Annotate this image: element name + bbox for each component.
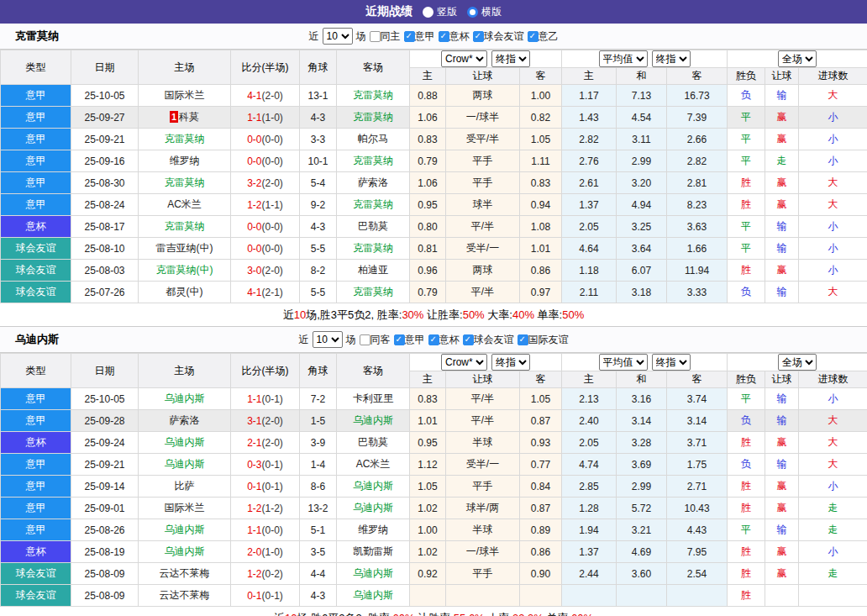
handicap-cell: 一/球半	[446, 541, 520, 563]
away-team-cell: 克雷莫纳	[337, 238, 410, 260]
result-wdl-cell: 胜	[728, 476, 765, 498]
away-odds-cell: 0.82	[520, 107, 562, 129]
filter-checkbox-same-home[interactable]: 同主	[370, 29, 401, 44]
result-handicap-cell: 输	[765, 454, 799, 476]
corners-cell: 4-3	[300, 585, 337, 607]
result-wdl-cell: 胜	[728, 194, 765, 216]
average-select[interactable]: 平均值	[599, 354, 648, 371]
match-type-cell: 球会友谊	[1, 282, 71, 303]
radio-icon[interactable]	[467, 7, 478, 18]
matches-count-select[interactable]: 10	[313, 331, 343, 348]
avg-away-cell: 2.54	[667, 563, 728, 585]
handicap-cell: 半球	[446, 519, 520, 541]
away-team-cell: 乌迪内斯	[337, 498, 410, 519]
checkbox-icon[interactable]	[360, 334, 370, 345]
checkbox-label: 同客	[370, 333, 391, 347]
fulltime-score: 0-0	[247, 134, 261, 145]
filter-checkbox-intl-friendly[interactable]: 国际友谊	[518, 333, 569, 347]
handicap-cell: 球半/两	[446, 498, 520, 519]
checkbox-icon[interactable]	[370, 31, 381, 42]
matches-table-1: 类型 日期 主场 比分(半场) 角球 客场 Crow* 终指 平均值 终指	[0, 50, 867, 303]
match-row: 意甲25-09-01国际米兰1-2(1-2)13-2乌迪内斯1.02球半/两0.…	[1, 498, 867, 519]
final-odds-select-2[interactable]: 终指	[652, 354, 691, 371]
sub-header-odds-home: 主	[410, 371, 446, 388]
sub-header-avg-draw: 和	[617, 68, 667, 85]
checkbox-label: 球会友谊	[474, 333, 514, 347]
radio-icon[interactable]	[423, 7, 434, 18]
result-goals-cell: 小	[799, 150, 867, 172]
handicap-cell: 受平/半	[446, 129, 520, 150]
section-header-1: 克雷莫纳 近 10 场 同主 意甲 意杯 球会友谊	[0, 24, 867, 50]
fullmatch-select[interactable]: 全场	[778, 50, 817, 67]
checkbox-icon[interactable]	[528, 31, 539, 42]
filter-checkbox-coppa[interactable]: 意杯	[428, 333, 460, 347]
match-row: 意甲25-09-28萨索洛3-1(2-0)1-5乌迪内斯1.01平/半0.872…	[1, 410, 867, 432]
result-handicap-cell: 输	[765, 216, 799, 238]
checkbox-icon[interactable]	[404, 31, 415, 42]
halftime-score: (1-2)	[262, 503, 283, 514]
corners-cell: 10-1	[300, 150, 337, 172]
avg-home-cell: 1.17	[562, 85, 617, 107]
home-team-cell: 萨索洛	[139, 410, 231, 432]
corners-cell: 3-3	[300, 129, 337, 150]
checkbox-icon[interactable]	[518, 334, 528, 345]
final-odds-select[interactable]: 终指	[491, 354, 530, 371]
score-cell: 2-0(1-0)	[231, 541, 300, 563]
match-row: 意甲25-10-05乌迪内斯1-1(0-1)7-2卡利亚里0.83平/半1.05…	[1, 388, 867, 410]
filter-checkbox-coppa[interactable]: 意杯	[439, 29, 470, 44]
result-goals-cell: 小	[799, 238, 867, 260]
col-header-score: 比分(半场)	[231, 50, 300, 85]
away-team-cell: 帕尔马	[337, 129, 410, 150]
bookmaker-select[interactable]: Crow*	[441, 354, 487, 371]
bookmaker-select[interactable]: Crow*	[441, 50, 487, 67]
corners-cell: 5-4	[300, 172, 337, 194]
checkbox-icon[interactable]	[473, 31, 484, 42]
away-odds-cell: 0.87	[520, 498, 562, 519]
avg-draw-cell: 4.54	[617, 107, 667, 129]
avg-draw-cell: 5.72	[617, 498, 667, 519]
score-cell: 1-1(1-0)	[231, 107, 300, 129]
average-select[interactable]: 平均值	[599, 50, 648, 67]
matches-count-select[interactable]: 10	[323, 28, 353, 45]
checkbox-label: 意甲	[405, 333, 425, 347]
radio-horizontal-layout[interactable]: 横版	[467, 5, 502, 19]
filter-checkbox-serie-b[interactable]: 意乙	[528, 29, 559, 44]
match-date-cell: 25-08-24	[71, 194, 139, 216]
radio-vertical-layout[interactable]: 竖版	[423, 5, 457, 19]
summary-segment: 10	[285, 612, 297, 616]
result-goals-cell: 大	[799, 454, 867, 476]
result-goals-cell	[799, 585, 867, 607]
home-odds-cell: 1.05	[410, 476, 446, 498]
halftime-score: (0-1)	[262, 459, 283, 471]
match-type-cell: 意甲	[1, 388, 71, 410]
home-odds-cell: 0.95	[410, 432, 446, 454]
match-date-cell: 25-09-01	[71, 498, 139, 519]
checkbox-icon[interactable]	[428, 334, 439, 345]
final-odds-select-2[interactable]: 终指	[652, 50, 691, 67]
filter-checkbox-serie-a[interactable]: 意甲	[404, 29, 435, 44]
filter-checkbox-serie-a[interactable]: 意甲	[394, 333, 425, 347]
result-wdl-cell: 胜	[728, 541, 765, 563]
score-cell: 1-2(1-2)	[231, 498, 300, 519]
away-odds-cell: 1.11	[520, 150, 562, 172]
col-header-home: 主场	[139, 50, 231, 85]
avg-away-cell: 3.74	[667, 388, 728, 410]
handicap-cell: 平手	[446, 476, 520, 498]
checkbox-icon[interactable]	[439, 31, 449, 42]
score-cell: 1-2(0-2)	[231, 563, 300, 585]
away-odds-cell: 0.94	[520, 194, 562, 216]
header-bar: 近期战绩 竖版 横版	[0, 0, 867, 24]
away-team-cell-name: 凯勤雷斯	[353, 545, 393, 557]
handicap-cell: 平/半	[446, 388, 520, 410]
match-row: 意甲25-08-30克雷莫纳3-2(2-0)5-4萨索洛1.06平手0.832.…	[1, 172, 867, 194]
filter-checkbox-same-away[interactable]: 同客	[360, 333, 391, 347]
filter-checkbox-club-friendly[interactable]: 球会友谊	[473, 29, 524, 44]
home-team-cell-name: 克雷莫纳	[165, 133, 205, 145]
final-odds-select[interactable]: 终指	[491, 50, 530, 67]
checkbox-icon[interactable]	[394, 334, 405, 345]
checkbox-icon[interactable]	[463, 334, 474, 345]
fullmatch-select[interactable]: 全场	[778, 354, 817, 371]
match-type-cell: 意甲	[1, 107, 71, 129]
avg-away-cell: 7.39	[667, 107, 728, 129]
filter-checkbox-club-friendly[interactable]: 球会友谊	[463, 333, 514, 347]
